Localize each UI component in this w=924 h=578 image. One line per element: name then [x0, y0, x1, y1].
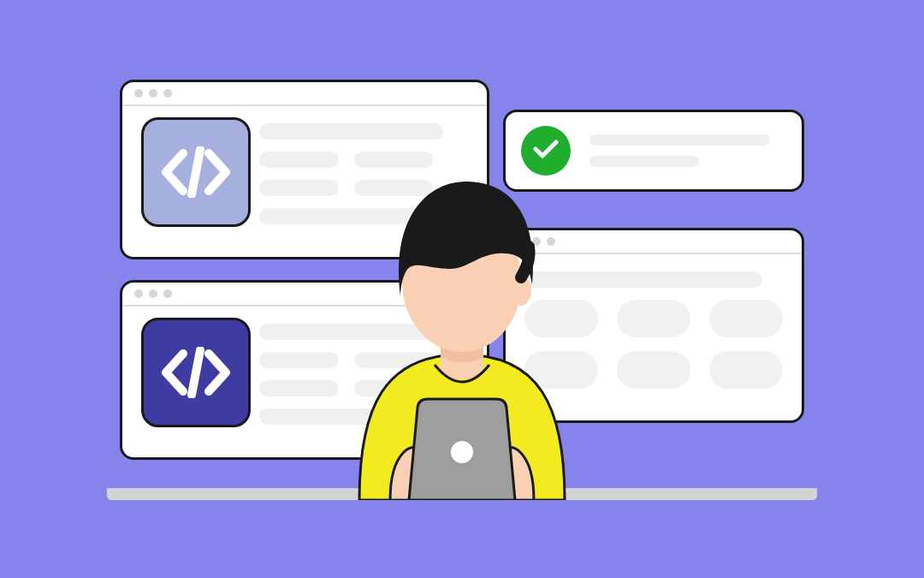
code-tile-light [141, 117, 251, 227]
svg-line-0 [192, 150, 200, 194]
person-with-laptop [308, 98, 616, 500]
laptop [409, 399, 515, 500]
pill-placeholder [617, 300, 690, 337]
traffic-light-dot [163, 289, 172, 298]
pill-placeholder [617, 351, 690, 389]
notification-lines [589, 134, 778, 167]
laptop-logo [451, 441, 473, 463]
traffic-light-dot [149, 89, 157, 98]
pill-placeholder [709, 300, 783, 337]
svg-line-1 [192, 350, 200, 395]
code-icon [159, 347, 233, 398]
code-icon [159, 146, 233, 198]
pill-placeholder [709, 351, 783, 389]
traffic-light-dot [163, 89, 172, 98]
code-tile-dark [141, 318, 251, 427]
traffic-light-dot [149, 289, 157, 298]
traffic-light-dot [134, 89, 143, 98]
traffic-light-dot [134, 289, 143, 298]
